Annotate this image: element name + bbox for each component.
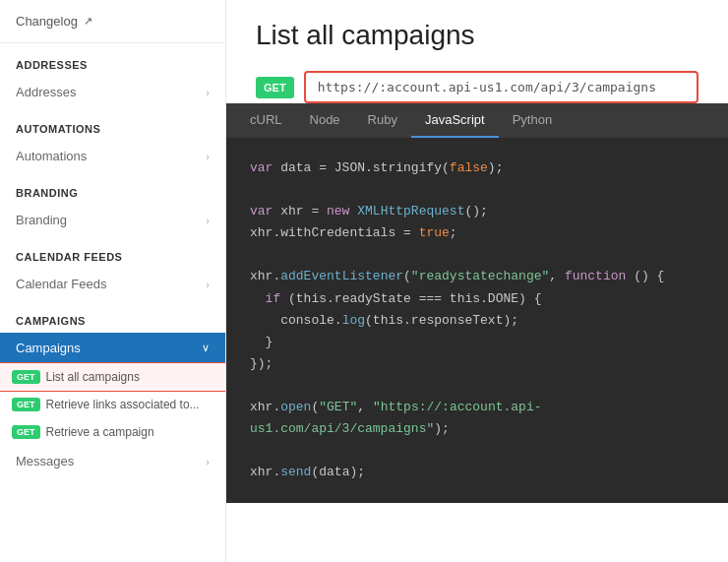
- chevron-right-icon: ›: [206, 87, 210, 98]
- code-line: }: [250, 332, 704, 353]
- changelog-link[interactable]: Changelog ↗: [0, 0, 225, 43]
- section-campaigns: CAMPAIGNS Campaigns ∨ GET List all campa…: [0, 299, 225, 446]
- sidebar-item-messages[interactable]: Messages ›: [0, 446, 225, 476]
- code-line: if (this.readyState === this.DONE) {: [250, 288, 704, 310]
- sub-item-label: Retrieve a campaign: [46, 425, 154, 439]
- section-calendar-feeds: CALENDAR FEEDS Calendar Feeds ›: [0, 235, 225, 299]
- section-messages: Messages ›: [0, 446, 225, 476]
- section-branding: BRANDING Branding ›: [0, 171, 225, 235]
- chevron-right-icon: ›: [206, 151, 210, 162]
- section-header-addresses: ADDRESSES: [0, 43, 225, 77]
- sidebar-item-label: Messages: [16, 454, 74, 468]
- code-line: [250, 244, 704, 266]
- get-badge: GET: [12, 425, 40, 439]
- code-line: console.log(this.responseText);: [250, 310, 704, 332]
- section-header-branding: BRANDING: [0, 171, 225, 205]
- code-line: var data = JSON.stringify(false);: [250, 157, 704, 179]
- code-tabs: cURL Node Ruby JavaScript Python: [226, 103, 728, 138]
- section-automations: AUTOMATIONS Automations ›: [0, 107, 225, 171]
- section-header-automations: AUTOMATIONS: [0, 107, 225, 141]
- code-line: [250, 179, 704, 201]
- get-badge: GET: [12, 370, 40, 384]
- sidebar-item-branding[interactable]: Branding ›: [0, 205, 225, 235]
- code-line: xhr.addEventListener("readystatechange",…: [250, 266, 704, 287]
- tab-python[interactable]: Python: [499, 103, 566, 138]
- sidebar-item-addresses[interactable]: Addresses ›: [0, 77, 225, 107]
- sidebar-item-campaigns[interactable]: Campaigns ∨: [0, 333, 225, 363]
- code-line: });: [250, 353, 704, 375]
- code-line: xhr.open("GET", "https://:account.api-us…: [250, 397, 704, 440]
- code-line: [250, 440, 704, 462]
- main-content: List all campaigns GET https://:account.…: [226, 0, 728, 562]
- sidebar-item-calendar-feeds[interactable]: Calendar Feeds ›: [0, 269, 225, 299]
- page-header: List all campaigns: [226, 0, 728, 61]
- endpoint-bar: GET https://:account.api-us1.com/api/3/c…: [226, 61, 728, 103]
- tab-node[interactable]: Node: [296, 103, 354, 138]
- sidebar-sub-item-retrieve-links[interactable]: GET Retrieve links associated to...: [0, 391, 225, 418]
- get-badge: GET: [12, 398, 40, 411]
- code-area: cURL Node Ruby JavaScript Python var dat…: [226, 103, 728, 503]
- sidebar: Changelog ↗ ADDRESSES Addresses › AUTOMA…: [0, 0, 226, 562]
- sidebar-item-label: Calendar Feeds: [16, 277, 107, 291]
- sidebar-item-label: Branding: [16, 213, 67, 227]
- endpoint-url[interactable]: https://:account.api-us1.com/api/3/campa…: [304, 71, 698, 103]
- chevron-right-icon: ›: [206, 215, 210, 226]
- page-title: List all campaigns: [256, 20, 698, 51]
- sidebar-item-label: Automations: [16, 149, 87, 163]
- section-addresses: ADDRESSES Addresses ›: [0, 43, 225, 107]
- tab-curl[interactable]: cURL: [236, 103, 296, 138]
- sidebar-item-automations[interactable]: Automations ›: [0, 141, 225, 171]
- chevron-right-icon: ›: [206, 279, 210, 290]
- section-header-calendar-feeds: CALENDAR FEEDS: [0, 235, 225, 269]
- sidebar-sub-item-list-campaigns[interactable]: GET List all campaigns: [0, 363, 225, 391]
- sub-item-label: Retrieve links associated to...: [46, 398, 200, 411]
- sidebar-item-label: Addresses: [16, 85, 76, 99]
- code-body: var data = JSON.stringify(false); var xh…: [226, 138, 728, 503]
- code-line: [250, 375, 704, 397]
- code-line: var xhr = new XMLHttpRequest();: [250, 201, 704, 222]
- tab-javascript[interactable]: JavaScript: [411, 103, 499, 138]
- sidebar-item-label: Campaigns: [16, 341, 81, 355]
- chevron-right-icon: ›: [206, 456, 210, 468]
- tab-ruby[interactable]: Ruby: [354, 103, 411, 138]
- external-link-icon: ↗: [84, 15, 92, 28]
- code-line: xhr.withCredentials = true;: [250, 222, 704, 244]
- chevron-down-icon: ∨: [202, 342, 210, 354]
- section-header-campaigns: CAMPAIGNS: [0, 299, 225, 333]
- method-badge: GET: [256, 77, 294, 98]
- code-line: xhr.send(data);: [250, 462, 704, 483]
- sidebar-sub-item-retrieve-campaign[interactable]: GET Retrieve a campaign: [0, 418, 225, 446]
- changelog-label: Changelog: [16, 14, 78, 29]
- sub-item-label: List all campaigns: [46, 370, 140, 384]
